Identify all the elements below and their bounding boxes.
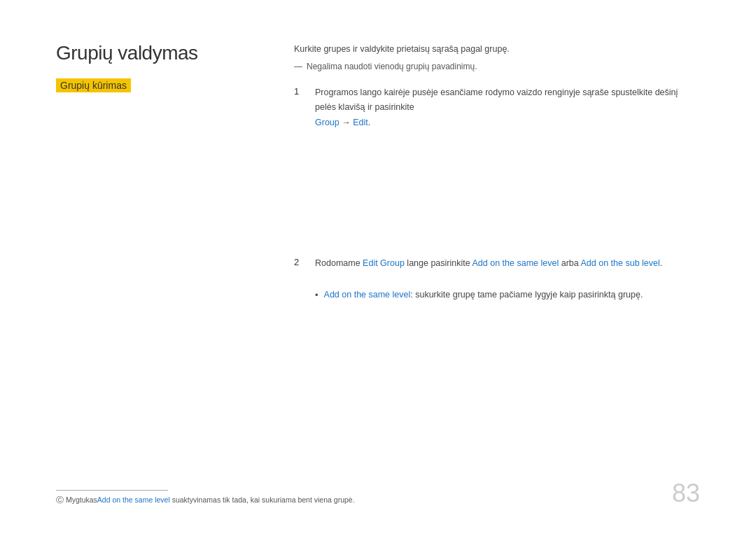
bullet-text: Add on the same level: sukurkite grupę t… [324, 288, 643, 302]
step2-link-samelevel[interactable]: Add on the same level [472, 258, 559, 268]
step1-number: 1 [294, 85, 305, 97]
bullet-link-samelevel[interactable]: Add on the same level [324, 290, 411, 300]
footer-suffix: suaktyvinamas tik tada, kai sukuriama be… [170, 496, 355, 504]
step1-link-edit[interactable]: Edit [353, 118, 368, 127]
intro-text: Kurkite grupes ir valdykite prietaisų są… [294, 42, 700, 56]
left-column: Grupių valdymas Grupių kūrimas [56, 42, 252, 92]
step1-content: Programos lango kairėje pusėje esančiame… [315, 85, 700, 130]
step1-link-group[interactable]: Group [315, 118, 340, 127]
footer-link[interactable]: Add on the same level [97, 496, 170, 504]
step1-suffix: . [368, 118, 370, 127]
step1-block: 1 Programos lango kairėje pusėje esančia… [294, 85, 700, 130]
footer-area: Ⓒ MygtukasAdd on the same level suaktyvi… [56, 490, 700, 506]
step2-suffix: . [660, 258, 662, 268]
step2-number: 2 [294, 256, 305, 267]
note-line: — Negalima naudoti vienodų grupių pavadi… [294, 60, 700, 73]
page-title: Grupių valdymas [56, 42, 252, 64]
bullet-item-1: • Add on the same level: sukurkite grupę… [315, 288, 700, 303]
page-number: 83 [672, 481, 700, 506]
page-container: Grupių valdymas Grupių kūrimas Kurkite g… [0, 0, 756, 534]
bullet-block: • Add on the same level: sukurkite grupę… [315, 288, 700, 303]
note-dash: — [294, 60, 302, 73]
bullet-suffix: : sukurkite grupę tame pačiame lygyje ka… [410, 290, 643, 300]
step2-link-editgroup[interactable]: Edit Group [363, 258, 405, 268]
step1-arrow: → [342, 118, 353, 127]
note-text: Negalima naudoti vienodų grupių pavadini… [307, 60, 477, 73]
footer-prefix: Mygtukas [66, 496, 97, 504]
right-column: Kurkite grupes ir valdykite prietaisų są… [294, 42, 700, 309]
section-highlight: Grupių kūrimas [56, 78, 131, 92]
step2-or: arba [561, 258, 579, 268]
step2-text: Rodomame [315, 258, 360, 268]
footer-note: Ⓒ MygtukasAdd on the same level suaktyvi… [56, 495, 700, 506]
bullet-dot: • [315, 288, 318, 303]
step2-block: 2 Rodomame Edit Group lange pasirinkite … [294, 256, 700, 271]
step2-content: Rodomame Edit Group lange pasirinkite Ad… [315, 256, 662, 271]
footer-icon: Ⓒ [56, 496, 66, 504]
step2-mid: lange pasirinkite [407, 258, 470, 268]
step2-link-sublevel[interactable]: Add on the sub level [581, 258, 660, 268]
step1-text: Programos lango kairėje pusėje esančiame… [315, 87, 678, 112]
footer-divider [56, 490, 168, 491]
